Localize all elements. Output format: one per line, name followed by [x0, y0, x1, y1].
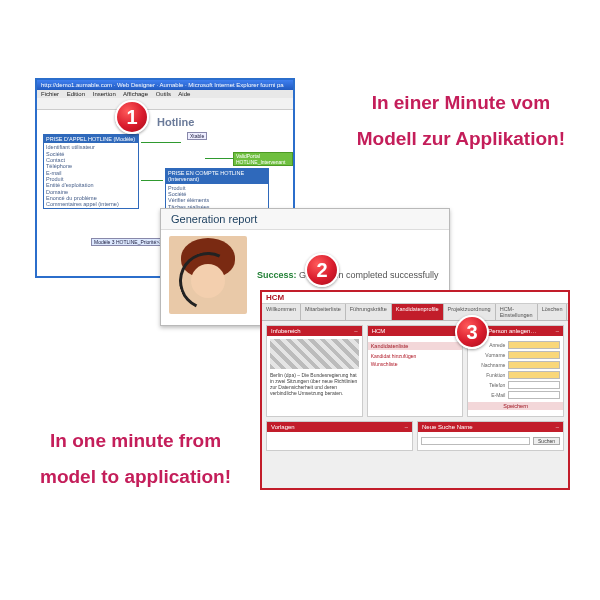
report-message: Success: Generation completed successful…	[247, 270, 441, 280]
news-thumbnail	[270, 339, 359, 369]
tab-strip: Willkommen Mitarbeiterliste Führungskräf…	[262, 304, 568, 321]
hcm-application-window: HCM Willkommen Mitarbeiterliste Führungs…	[260, 290, 570, 490]
menu-help[interactable]: Aide	[178, 91, 190, 97]
menu-bar[interactable]: Fichier Edition Insertion Affichage Outi…	[37, 90, 293, 98]
widget-info: Infobereich– Berlin (dpa) – Die Bundesre…	[266, 325, 363, 417]
news-text: Berlin (dpa) – Die Bundesregierung hat i…	[270, 372, 359, 396]
collapse-icon[interactable]: –	[354, 328, 357, 334]
widget-search: Neue Suche Name– Suchen	[417, 421, 564, 451]
menu-file[interactable]: Fichier	[41, 91, 59, 97]
headline-english-line1: In one minute from	[40, 423, 231, 459]
input-email[interactable]	[508, 391, 560, 399]
node-validportal[interactable]: ValidPortal HOTLINE_Intervenant	[233, 152, 293, 166]
widget-title: Vorlagen	[271, 424, 295, 430]
node-model3[interactable]: Modèle 3 HOTLINE_Priorité>3	[91, 238, 165, 246]
collapse-icon[interactable]: –	[405, 424, 408, 430]
step-badge-3: 3	[455, 315, 489, 349]
model-box-body: Identifiant utilisateur Société Contact …	[44, 143, 138, 208]
input-lastname[interactable]	[508, 361, 560, 369]
report-title: Generation report	[161, 209, 449, 230]
node-xtable[interactable]: Xtable	[187, 132, 207, 140]
headline-german-line2: Modell zur Applikation!	[357, 121, 565, 157]
tab-candidates[interactable]: Kandidatenprofile	[392, 304, 444, 320]
input-firstname[interactable]	[508, 351, 560, 359]
operator-photo	[169, 236, 247, 314]
link-add-candidate[interactable]: Kandidat hinzufügen	[371, 353, 460, 359]
headline-english: In one minute from model to application!	[40, 423, 231, 495]
connector	[141, 180, 163, 181]
tab-settings[interactable]: HCM-Einstellungen	[496, 304, 538, 320]
model-box-header: PRISE D'APPEL HOTLINE (Modèle)	[44, 135, 138, 143]
model-box-header: PRISE EN COMPTE HOTLINE (Intervenant)	[166, 169, 268, 184]
widget-title: Neue Suche Name	[422, 424, 473, 430]
headline-german: In einer Minute vom Modell zur Applikati…	[357, 85, 565, 157]
input-phone[interactable]	[508, 381, 560, 389]
menu-insert[interactable]: Insertion	[93, 91, 116, 97]
canvas-title: Hotline	[157, 116, 194, 128]
save-button[interactable]: Speichern	[468, 402, 563, 410]
widget-title: HCM	[372, 328, 386, 334]
widget-title: Infobereich	[271, 328, 301, 334]
menu-edit[interactable]: Edition	[67, 91, 85, 97]
input-salutation[interactable]	[508, 341, 560, 349]
toolbar[interactable]	[37, 98, 293, 110]
input-role[interactable]	[508, 371, 560, 379]
search-button[interactable]: Suchen	[533, 437, 560, 445]
collapse-icon[interactable]: –	[556, 424, 559, 430]
tab-help[interactable]: Hilfe	[567, 304, 570, 320]
link-wishlist[interactable]: Wunschliste	[371, 361, 460, 367]
headset-icon	[171, 244, 245, 314]
step-badge-2: 2	[305, 253, 339, 287]
widget-hcm: HCM– Kandidatenliste Kandidat hinzufügen…	[367, 325, 464, 417]
widget-templates: Vorlagen–	[266, 421, 413, 451]
tab-delete[interactable]: Löschen	[538, 304, 568, 320]
headline-english-line2: model to application!	[40, 459, 231, 495]
tab-managers[interactable]: Führungskräfte	[346, 304, 392, 320]
window-titlebar: http://demo1.aumable.com · Web Designer …	[37, 80, 293, 90]
headline-german-line1: In einer Minute vom	[357, 85, 565, 121]
section-candidate-list[interactable]: Kandidatenliste	[368, 342, 463, 350]
tab-welcome[interactable]: Willkommen	[262, 304, 301, 320]
app-logo: HCM	[262, 292, 568, 304]
status-success-label: Success:	[257, 270, 297, 280]
step-badge-1: 1	[115, 100, 149, 134]
tab-employees[interactable]: Mitarbeiterliste	[301, 304, 346, 320]
collapse-icon[interactable]: –	[556, 328, 559, 334]
menu-tools[interactable]: Outils	[156, 91, 171, 97]
menu-view[interactable]: Affichage	[123, 91, 148, 97]
connector	[141, 142, 181, 143]
connector	[205, 158, 233, 159]
model-box-call-intake[interactable]: PRISE D'APPEL HOTLINE (Modèle) Identifia…	[43, 134, 139, 209]
search-input[interactable]	[421, 437, 530, 445]
